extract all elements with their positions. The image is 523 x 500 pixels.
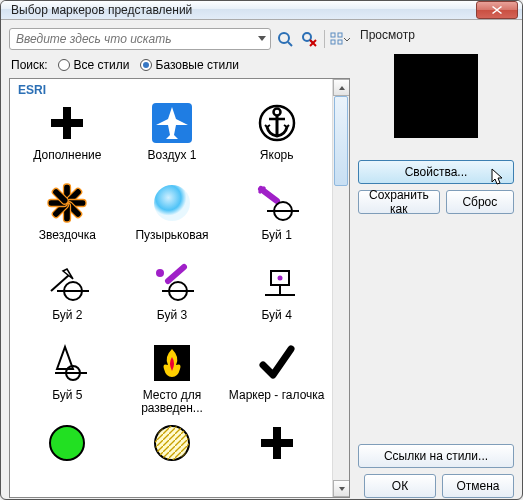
symbol-item[interactable]: Звездочка — [16, 179, 119, 255]
checkmark-icon — [247, 339, 307, 387]
scroll-thumb[interactable] — [334, 96, 348, 186]
preview-label: Просмотр — [358, 28, 514, 42]
symbol-item[interactable]: Маркер - галочка — [225, 339, 328, 415]
svg-line-1 — [288, 42, 292, 46]
radio-referenced-styles[interactable]: Базовые стили — [140, 58, 239, 72]
symbol-label: Буй 1 — [225, 229, 328, 255]
symbol-label: Маркер - галочка — [225, 389, 328, 415]
svg-rect-11 — [51, 119, 83, 127]
magnifier-icon — [277, 31, 293, 47]
campfire-icon — [142, 339, 202, 387]
window-title: Выбор маркеров представлений — [11, 3, 476, 17]
radio-icon — [140, 59, 152, 71]
reset-button[interactable]: Сброс — [446, 190, 514, 214]
group-header: ESRI — [12, 81, 332, 99]
buoy2-icon — [37, 259, 97, 307]
scroll-track[interactable] — [333, 96, 349, 480]
save-as-button[interactable]: Сохранить как — [358, 190, 440, 214]
properties-button[interactable]: Свойства... — [358, 160, 514, 184]
symbol-label: Дополнение — [16, 149, 119, 175]
svg-rect-44 — [261, 439, 293, 447]
radio-icon — [58, 59, 70, 71]
symbol-label: Якорь — [225, 149, 328, 175]
symbol-item[interactable]: Якорь — [225, 99, 328, 175]
chevron-down-icon — [338, 485, 346, 493]
symbol-item[interactable]: Буй 4 — [225, 259, 328, 335]
preview-swatch — [394, 54, 478, 138]
radio-all-styles[interactable]: Все стили — [58, 58, 130, 72]
symbol-item[interactable] — [225, 419, 328, 495]
bubble-icon — [142, 179, 202, 227]
search-label: Поиск: — [11, 58, 48, 72]
symbol-item[interactable]: Буй 5 — [16, 339, 119, 415]
preview-box — [361, 48, 511, 144]
svg-point-14 — [273, 109, 280, 116]
buoy3-icon — [142, 259, 202, 307]
cursor-icon — [491, 168, 505, 186]
cancel-button[interactable]: Отмена — [442, 474, 514, 498]
svg-rect-9 — [338, 40, 342, 44]
radio-ref-label: Базовые стили — [156, 58, 239, 72]
style-references-button[interactable]: Ссылки на стили... — [358, 444, 514, 468]
ok-button[interactable]: ОК — [364, 474, 436, 498]
symbol-label: Буй 4 — [225, 309, 328, 335]
view-mode-button[interactable] — [330, 29, 350, 49]
plus-black2-icon — [247, 419, 307, 467]
symbol-item[interactable]: Дополнение — [16, 99, 119, 175]
anchor-icon — [247, 99, 307, 147]
symbol-item[interactable]: Буй 3 — [121, 259, 224, 335]
airplane-icon — [142, 99, 202, 147]
symbol-item[interactable] — [16, 419, 119, 495]
close-icon — [492, 6, 502, 14]
dialog-window: Выбор маркеров представлений — [0, 0, 523, 500]
symbol-label — [121, 469, 224, 495]
scroll-down-button[interactable] — [333, 480, 350, 497]
svg-rect-8 — [331, 40, 335, 44]
svg-point-2 — [303, 33, 311, 41]
symbol-item[interactable]: Воздух 1 — [121, 99, 224, 175]
symbol-item[interactable]: Пузырьковая — [121, 179, 224, 255]
symbol-label: Буй 3 — [121, 309, 224, 335]
toolbar-separator — [324, 30, 325, 48]
symbol-list-panel: ESRI ДополнениеВоздух 1ЯкорьЗвездочкаПуз… — [9, 78, 350, 498]
grid-view-icon — [330, 32, 343, 46]
search-toolbar — [9, 28, 350, 50]
scroll-up-button[interactable] — [333, 79, 350, 96]
circle-green-icon — [37, 419, 97, 467]
search-button[interactable] — [275, 29, 295, 49]
close-button[interactable] — [476, 1, 518, 19]
svg-point-40 — [50, 426, 84, 460]
plus-black-icon — [37, 99, 97, 147]
symbol-label: Звездочка — [16, 229, 119, 255]
properties-label: Свойства... — [405, 165, 468, 179]
svg-point-42 — [155, 426, 189, 460]
buoy5-icon — [37, 339, 97, 387]
circle-hatch-icon — [142, 419, 202, 467]
vertical-scrollbar[interactable] — [332, 79, 349, 497]
svg-point-30 — [156, 269, 164, 277]
search-input[interactable] — [9, 28, 271, 50]
svg-point-35 — [277, 276, 282, 281]
symbol-label: Воздух 1 — [121, 149, 224, 175]
symbol-label — [225, 469, 328, 495]
symbol-label: Пузырьковая — [121, 229, 224, 255]
symbol-item[interactable] — [121, 419, 224, 495]
symbol-label — [16, 469, 119, 495]
search-cancel-button[interactable] — [299, 29, 319, 49]
buoy1-icon — [247, 179, 307, 227]
symbol-label: Буй 2 — [16, 309, 119, 335]
svg-point-0 — [279, 33, 289, 43]
svg-rect-6 — [331, 33, 335, 37]
symbol-label: Буй 5 — [16, 389, 119, 415]
svg-point-25 — [154, 185, 190, 221]
radio-all-label: Все стили — [74, 58, 130, 72]
svg-rect-7 — [338, 33, 342, 37]
titlebar[interactable]: Выбор маркеров представлений — [1, 1, 522, 20]
magnifier-cancel-icon — [301, 31, 317, 47]
symbol-item[interactable]: Буй 1 — [225, 179, 328, 255]
symbol-item[interactable]: Буй 2 — [16, 259, 119, 335]
asterisk-icon — [37, 179, 97, 227]
symbol-label: Место для разведен... — [121, 389, 224, 415]
chevron-up-icon — [338, 84, 346, 92]
symbol-item[interactable]: Место для разведен... — [121, 339, 224, 415]
